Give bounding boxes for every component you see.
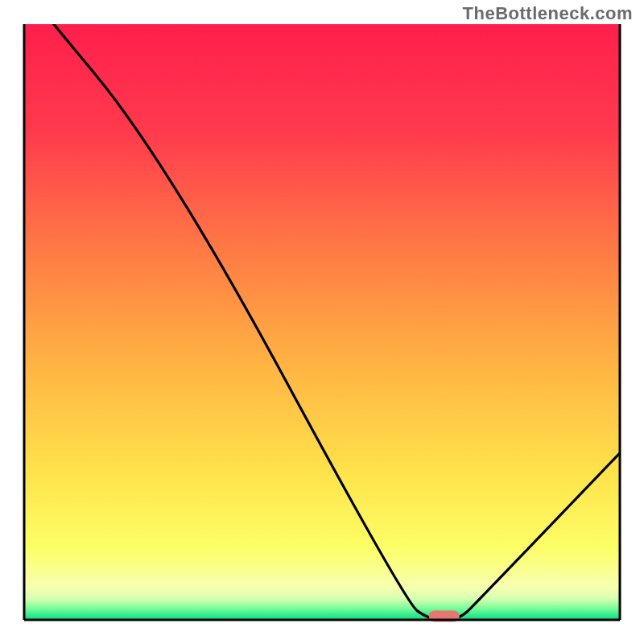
watermark-text: TheBottleneck.com: [463, 3, 633, 24]
bottleneck-chart: [0, 0, 644, 644]
gradient-background: [24, 24, 620, 620]
chart-stage: TheBottleneck.com: [0, 0, 644, 644]
